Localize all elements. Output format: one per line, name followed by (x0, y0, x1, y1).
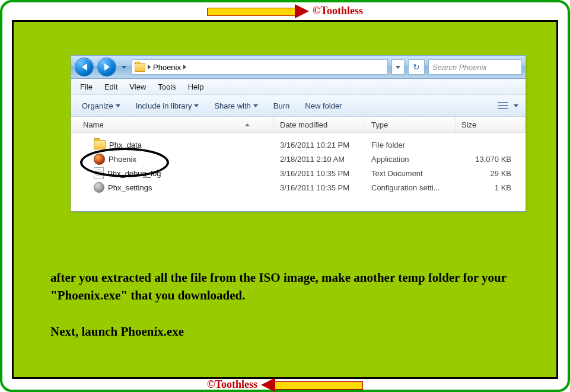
menu-view[interactable]: View (124, 81, 151, 93)
explorer-window: Phoenix ↻ Search Phoenix File Edit View … (71, 55, 526, 212)
column-name[interactable]: Name (71, 117, 274, 132)
column-date[interactable]: Date modified (274, 117, 365, 132)
application-icon (94, 154, 105, 165)
sort-indicator-icon (245, 123, 250, 126)
watermark-bottom: ©Toothless (2, 378, 568, 391)
chevron-down-icon (116, 104, 120, 107)
file-date: 3/16/2011 10:21 PM (274, 141, 365, 149)
file-date: 3/16/2011 10:35 PM (274, 183, 365, 192)
menu-file[interactable]: File (75, 81, 98, 93)
file-type: Application (365, 155, 456, 164)
search-input[interactable]: Search Phoenix (428, 59, 522, 75)
address-expand[interactable] (391, 59, 405, 75)
file-type: Configuration setti... (365, 183, 456, 192)
chevron-down-icon[interactable] (514, 104, 518, 107)
chevron-right-icon (148, 65, 151, 69)
share-button[interactable]: Share with (211, 99, 261, 113)
file-row[interactable]: Phx_debug_log 3/16/2011 10:35 PM Text Do… (71, 166, 526, 180)
menu-bar: File Edit View Tools Help (71, 79, 526, 95)
file-name: Phx_data (109, 141, 142, 149)
back-button[interactable] (75, 58, 94, 77)
file-name: Phoenix (109, 155, 136, 164)
address-bar[interactable]: Phoenix (132, 59, 388, 75)
nav-bar: Phoenix ↻ Search Phoenix (71, 56, 526, 79)
watermark-text: ©Toothless (207, 378, 257, 391)
column-headers: Name Date modified Type Size (71, 117, 526, 133)
chevron-down-icon (253, 104, 258, 107)
file-row[interactable]: Phoenix 2/18/2011 2:10 AM Application 13… (71, 152, 526, 166)
folder-icon (94, 140, 106, 149)
include-library-button[interactable]: Include in library (132, 99, 203, 113)
file-row[interactable]: Phx_settings 3/16/2011 10:35 PM Configur… (71, 180, 526, 195)
file-name: Phx_debug_log (107, 169, 161, 178)
file-size: 29 KB (456, 169, 526, 178)
content-frame: Phoenix ↻ Search Phoenix File Edit View … (12, 20, 558, 379)
config-icon (94, 182, 104, 193)
instructions-text: after you extracted all the file from th… (50, 269, 521, 358)
watermark-text: ©Toothless (313, 5, 363, 17)
address-folder: Phoenix (153, 63, 181, 72)
column-size[interactable]: Size (456, 117, 526, 132)
chevron-right-icon (183, 65, 186, 69)
menu-help[interactable]: Help (183, 81, 209, 93)
file-size: 13,070 KB (456, 155, 526, 164)
menu-edit[interactable]: Edit (99, 81, 123, 93)
view-mode-button[interactable] (496, 99, 510, 112)
folder-icon (135, 63, 145, 72)
search-placeholder: Search Phoenix (432, 63, 487, 72)
page-frame: ©Toothless Phoenix ↻ Search Phoenix (0, 0, 570, 392)
file-date: 2/18/2011 2:10 AM (274, 155, 365, 164)
view-options (496, 99, 518, 112)
burn-button[interactable]: Burn (270, 99, 293, 113)
organize-button[interactable]: Organize (78, 99, 124, 113)
arrow-left-icon (262, 380, 363, 390)
instruction-line-1: after you extracted all the file from th… (50, 269, 521, 305)
menu-tools[interactable]: Tools (152, 81, 181, 93)
svg-rect-1 (498, 105, 508, 106)
svg-rect-2 (498, 108, 508, 109)
column-type[interactable]: Type (365, 117, 456, 132)
chevron-down-icon (194, 104, 199, 107)
instruction-line-2: Next, launch Phoenix.exe (50, 323, 521, 340)
file-size: 1 KB (456, 183, 526, 192)
file-date: 3/16/2011 10:35 PM (274, 169, 365, 178)
svg-rect-0 (498, 102, 508, 103)
watermark-top: ©Toothless (2, 5, 568, 17)
toolbar: Organize Include in library Share with B… (71, 95, 526, 117)
refresh-button[interactable]: ↻ (408, 59, 425, 75)
file-type: File folder (365, 141, 456, 149)
file-row[interactable]: Phx_data 3/16/2011 10:21 PM File folder (71, 138, 526, 152)
history-dropdown[interactable] (120, 66, 128, 69)
file-name: Phx_settings (108, 183, 152, 192)
forward-button[interactable] (97, 58, 116, 77)
file-type: Text Document (365, 169, 456, 178)
arrow-right-icon (207, 6, 308, 17)
new-folder-button[interactable]: New folder (301, 99, 345, 113)
file-list: Phx_data 3/16/2011 10:21 PM File folder … (71, 133, 526, 211)
text-file-icon (94, 167, 104, 179)
